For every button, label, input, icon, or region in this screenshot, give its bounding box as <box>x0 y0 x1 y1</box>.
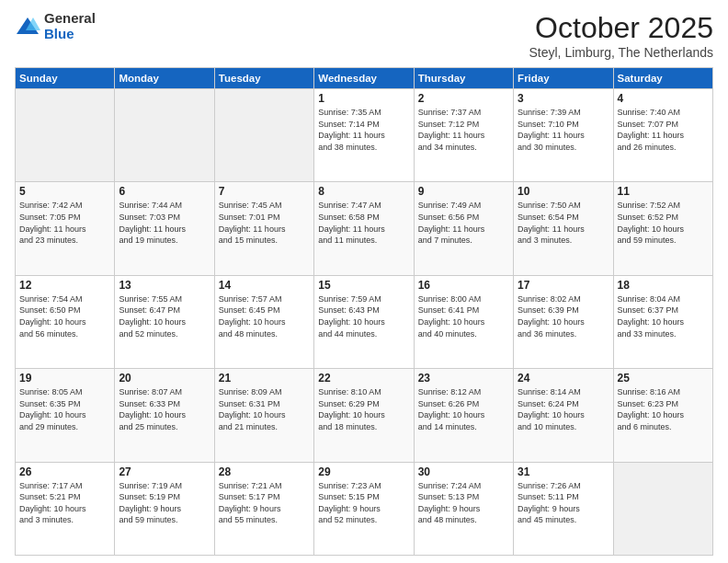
day-info: Sunrise: 8:14 AMSunset: 6:24 PMDaylight:… <box>518 386 609 432</box>
day-info: Sunrise: 7:42 AMSunset: 7:05 PMDaylight:… <box>19 200 110 246</box>
day-info: Sunrise: 7:40 AMSunset: 7:07 PMDaylight:… <box>618 107 709 153</box>
day-info: Sunrise: 7:47 AMSunset: 6:58 PMDaylight:… <box>318 200 409 246</box>
table-row: 14Sunrise: 7:57 AMSunset: 6:45 PMDayligh… <box>214 275 313 368</box>
calendar-week-row: 5Sunrise: 7:42 AMSunset: 7:05 PMDaylight… <box>16 182 713 275</box>
day-info: Sunrise: 7:49 AMSunset: 6:56 PMDaylight:… <box>418 200 509 246</box>
table-row <box>115 89 214 182</box>
col-sunday: Sunday <box>16 68 115 89</box>
day-number: 22 <box>318 372 409 385</box>
col-friday: Friday <box>514 68 613 89</box>
day-number: 3 <box>518 92 609 105</box>
day-number: 10 <box>518 185 609 198</box>
calendar-week-row: 26Sunrise: 7:17 AMSunset: 5:21 PMDayligh… <box>16 462 713 555</box>
table-row: 3Sunrise: 7:39 AMSunset: 7:10 PMDaylight… <box>514 89 613 182</box>
logo-blue-text: Blue <box>44 27 96 42</box>
table-row: 18Sunrise: 8:04 AMSunset: 6:37 PMDayligh… <box>613 275 712 368</box>
table-row: 28Sunrise: 7:21 AMSunset: 5:17 PMDayligh… <box>214 462 313 555</box>
table-row <box>214 89 313 182</box>
day-number: 11 <box>618 185 709 198</box>
calendar-week-row: 19Sunrise: 8:05 AMSunset: 6:35 PMDayligh… <box>16 369 713 462</box>
calendar-week-row: 12Sunrise: 7:54 AMSunset: 6:50 PMDayligh… <box>16 275 713 368</box>
day-number: 29 <box>318 465 409 478</box>
table-row: 27Sunrise: 7:19 AMSunset: 5:19 PMDayligh… <box>115 462 214 555</box>
table-row: 1Sunrise: 7:35 AMSunset: 7:14 PMDaylight… <box>314 89 414 182</box>
table-row: 31Sunrise: 7:26 AMSunset: 5:11 PMDayligh… <box>514 462 613 555</box>
table-row: 23Sunrise: 8:12 AMSunset: 6:26 PMDayligh… <box>414 369 513 462</box>
day-info: Sunrise: 8:16 AMSunset: 6:23 PMDaylight:… <box>618 386 709 432</box>
day-number: 7 <box>219 185 310 198</box>
day-number: 18 <box>618 279 709 292</box>
col-tuesday: Tuesday <box>214 68 313 89</box>
table-row: 11Sunrise: 7:52 AMSunset: 6:52 PMDayligh… <box>613 182 712 275</box>
day-info: Sunrise: 7:17 AMSunset: 5:21 PMDaylight:… <box>19 480 110 526</box>
calendar-week-row: 1Sunrise: 7:35 AMSunset: 7:14 PMDaylight… <box>16 89 713 182</box>
calendar-table: Sunday Monday Tuesday Wednesday Thursday… <box>15 67 713 556</box>
day-info: Sunrise: 8:00 AMSunset: 6:41 PMDaylight:… <box>418 293 509 339</box>
day-number: 31 <box>518 465 609 478</box>
day-info: Sunrise: 7:26 AMSunset: 5:11 PMDaylight:… <box>518 480 609 526</box>
table-row: 17Sunrise: 8:02 AMSunset: 6:39 PMDayligh… <box>514 275 613 368</box>
day-number: 28 <box>219 465 310 478</box>
day-number: 23 <box>418 372 509 385</box>
day-number: 2 <box>418 92 509 105</box>
table-row: 4Sunrise: 7:40 AMSunset: 7:07 PMDaylight… <box>613 89 712 182</box>
day-number: 25 <box>618 372 709 385</box>
day-number: 1 <box>318 92 409 105</box>
day-info: Sunrise: 7:39 AMSunset: 7:10 PMDaylight:… <box>518 107 609 153</box>
day-info: Sunrise: 7:35 AMSunset: 7:14 PMDaylight:… <box>318 107 409 153</box>
table-row: 13Sunrise: 7:55 AMSunset: 6:47 PMDayligh… <box>115 275 214 368</box>
table-row: 20Sunrise: 8:07 AMSunset: 6:33 PMDayligh… <box>115 369 214 462</box>
day-info: Sunrise: 8:04 AMSunset: 6:37 PMDaylight:… <box>618 293 709 339</box>
day-number: 24 <box>518 372 609 385</box>
day-number: 16 <box>418 279 509 292</box>
day-info: Sunrise: 7:24 AMSunset: 5:13 PMDaylight:… <box>418 480 509 526</box>
day-number: 5 <box>19 185 110 198</box>
day-number: 26 <box>19 465 110 478</box>
day-number: 9 <box>418 185 509 198</box>
day-number: 15 <box>318 279 409 292</box>
table-row: 12Sunrise: 7:54 AMSunset: 6:50 PMDayligh… <box>16 275 115 368</box>
table-row: 21Sunrise: 8:09 AMSunset: 6:31 PMDayligh… <box>214 369 313 462</box>
day-number: 4 <box>618 92 709 105</box>
col-monday: Monday <box>115 68 214 89</box>
day-info: Sunrise: 8:05 AMSunset: 6:35 PMDaylight:… <box>19 386 110 432</box>
table-row: 19Sunrise: 8:05 AMSunset: 6:35 PMDayligh… <box>16 369 115 462</box>
table-row: 22Sunrise: 8:10 AMSunset: 6:29 PMDayligh… <box>314 369 414 462</box>
day-number: 30 <box>418 465 509 478</box>
day-info: Sunrise: 7:50 AMSunset: 6:54 PMDaylight:… <box>518 200 609 246</box>
location-subtitle: Steyl, Limburg, The Netherlands <box>529 45 713 60</box>
table-row: 7Sunrise: 7:45 AMSunset: 7:01 PMDaylight… <box>214 182 313 275</box>
day-number: 12 <box>19 279 110 292</box>
day-number: 19 <box>19 372 110 385</box>
col-saturday: Saturday <box>613 68 712 89</box>
day-info: Sunrise: 7:21 AMSunset: 5:17 PMDaylight:… <box>219 480 310 526</box>
day-info: Sunrise: 7:57 AMSunset: 6:45 PMDaylight:… <box>219 293 310 339</box>
table-row: 26Sunrise: 7:17 AMSunset: 5:21 PMDayligh… <box>16 462 115 555</box>
day-info: Sunrise: 7:45 AMSunset: 7:01 PMDaylight:… <box>219 200 310 246</box>
day-number: 6 <box>119 185 210 198</box>
day-info: Sunrise: 7:23 AMSunset: 5:15 PMDaylight:… <box>318 480 409 526</box>
col-wednesday: Wednesday <box>314 68 414 89</box>
day-info: Sunrise: 7:54 AMSunset: 6:50 PMDaylight:… <box>19 293 110 339</box>
day-info: Sunrise: 8:12 AMSunset: 6:26 PMDaylight:… <box>418 386 509 432</box>
day-info: Sunrise: 8:02 AMSunset: 6:39 PMDaylight:… <box>518 293 609 339</box>
table-row: 5Sunrise: 7:42 AMSunset: 7:05 PMDaylight… <box>16 182 115 275</box>
day-info: Sunrise: 7:19 AMSunset: 5:19 PMDaylight:… <box>119 480 210 526</box>
day-info: Sunrise: 7:59 AMSunset: 6:43 PMDaylight:… <box>318 293 409 339</box>
day-number: 13 <box>119 279 210 292</box>
table-row: 6Sunrise: 7:44 AMSunset: 7:03 PMDaylight… <box>115 182 214 275</box>
logo: General Blue <box>15 11 96 41</box>
calendar-header-row: Sunday Monday Tuesday Wednesday Thursday… <box>16 68 713 89</box>
table-row <box>613 462 712 555</box>
month-title: October 2025 <box>529 11 713 45</box>
table-row: 25Sunrise: 8:16 AMSunset: 6:23 PMDayligh… <box>613 369 712 462</box>
day-info: Sunrise: 7:37 AMSunset: 7:12 PMDaylight:… <box>418 107 509 153</box>
day-info: Sunrise: 8:07 AMSunset: 6:33 PMDaylight:… <box>119 386 210 432</box>
logo-icon <box>15 14 40 40</box>
logo-text: General Blue <box>44 11 96 41</box>
day-number: 17 <box>518 279 609 292</box>
title-block: October 2025 Steyl, Limburg, The Netherl… <box>529 11 713 60</box>
table-row: 8Sunrise: 7:47 AMSunset: 6:58 PMDaylight… <box>314 182 414 275</box>
logo-general-text: General <box>44 11 96 27</box>
page-container: General Blue October 2025 Steyl, Limburg… <box>0 0 728 563</box>
